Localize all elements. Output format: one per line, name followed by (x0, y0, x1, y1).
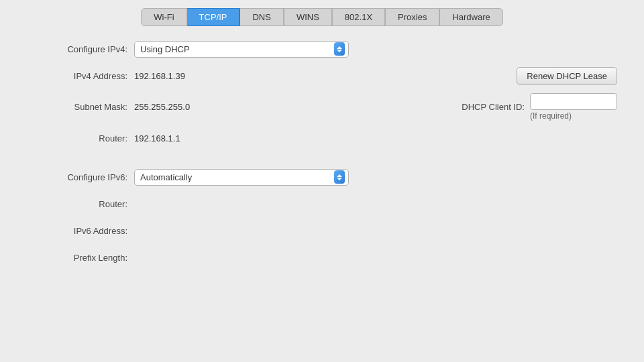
ipv6-address-label: IPv6 Address: (27, 226, 134, 236)
ipv4-address-label: IPv4 Address: (27, 71, 134, 81)
tab-wins[interactable]: WINS (284, 8, 332, 26)
configure-ipv4-select[interactable]: Using DHCP Manually Using BOOTP Off (134, 41, 349, 58)
tab-bar: Wi-Fi TCP/IP DNS WINS 802.1X Proxies Har… (0, 0, 644, 26)
ipv4-address-row: IPv4 Address: 192.168.1.39 Renew DHCP Le… (27, 66, 617, 85)
configure-ipv4-label: Configure IPv4: (27, 44, 134, 54)
renew-dhcp-button[interactable]: Renew DHCP Lease (517, 67, 617, 85)
ipv6-section: Configure IPv6: Automatically Manually O… (27, 168, 617, 267)
prefix-length-label: Prefix Length: (27, 253, 134, 263)
tab-wifi[interactable]: Wi-Fi (141, 8, 186, 26)
ipv4-address-value: 192.168.1.39 (134, 71, 185, 81)
configure-ipv6-dropdown-wrapper: Automatically Manually Off Link-local on… (134, 169, 349, 186)
configure-ipv6-row: Configure IPv6: Automatically Manually O… (27, 168, 617, 186)
tab-dns[interactable]: DNS (239, 8, 283, 26)
configure-ipv6-select[interactable]: Automatically Manually Off Link-local on… (134, 169, 349, 186)
tab-tcpip[interactable]: TCP/IP (187, 8, 240, 26)
ipv4-section: Configure IPv4: Using DHCP Manually Usin… (27, 40, 617, 147)
subnet-left: Subnet Mask: 255.255.255.0 (27, 102, 462, 112)
configure-ipv4-row: Configure IPv4: Using DHCP Manually Usin… (27, 40, 617, 58)
client-id-input-group: (If required) (530, 93, 617, 121)
ipv6-router-row: Router: (27, 194, 617, 213)
subnet-mask-row: Subnet Mask: 255.255.255.0 DHCP Client I… (27, 93, 617, 121)
subnet-mask-label: Subnet Mask: (27, 102, 134, 112)
ipv4-router-value: 192.168.1.1 (134, 133, 180, 143)
tab-hardware[interactable]: Hardware (439, 8, 502, 26)
prefix-length-row: Prefix Length: (27, 248, 617, 267)
if-required-text: (If required) (530, 111, 572, 121)
tab-dot1x[interactable]: 802.1X (332, 8, 385, 26)
ipv6-router-label: Router: (27, 199, 134, 209)
ipv4-address-left: IPv4 Address: 192.168.1.39 (27, 71, 490, 81)
ipv6-address-row: IPv6 Address: (27, 221, 617, 240)
dhcp-client-id-label: DHCP Client ID: (462, 102, 525, 112)
ipv4-router-row: Router: 192.168.1.1 (27, 129, 617, 147)
tab-content: Configure IPv4: Using DHCP Manually Usin… (0, 26, 644, 362)
configure-ipv6-label: Configure IPv6: (27, 172, 134, 182)
network-preferences-window: Wi-Fi TCP/IP DNS WINS 802.1X Proxies Har… (0, 0, 644, 362)
dhcp-client-id-group: DHCP Client ID: (If required) (462, 93, 617, 121)
ipv4-router-label: Router: (27, 133, 134, 143)
tab-proxies[interactable]: Proxies (385, 8, 439, 26)
dhcp-client-id-input[interactable] (530, 93, 617, 110)
configure-ipv4-dropdown-wrapper: Using DHCP Manually Using BOOTP Off (134, 41, 349, 58)
subnet-mask-value: 255.255.255.0 (134, 102, 190, 112)
ipv4-address-right: Renew DHCP Lease (517, 67, 617, 85)
